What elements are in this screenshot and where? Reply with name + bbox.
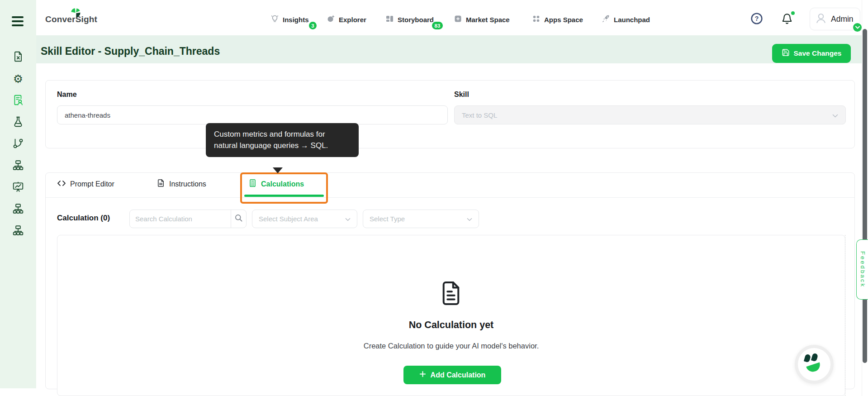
git-branch-icon <box>12 138 24 151</box>
empty-state-title: No Calculation yet <box>57 320 845 331</box>
add-calculation-button[interactable]: Add Calculation <box>403 366 501 384</box>
search-calculation-box <box>129 210 247 228</box>
sidebar-item-files[interactable] <box>0 52 36 63</box>
sidebar-item-org[interactable] <box>0 204 36 215</box>
insights-lightbulb-icon <box>270 14 279 24</box>
nav-item-insights[interactable]: Insights <box>270 14 309 24</box>
calculations-tooltip: Custom metrics and formulas for natural … <box>206 123 359 157</box>
empty-state-subtitle: Create Calculation to guide your AI mode… <box>57 342 845 350</box>
sidebar-item-settings[interactable]: ⚙ <box>0 73 36 85</box>
nav-item-market-space[interactable]: Market Space <box>454 14 510 24</box>
skill-select[interactable]: Text to SQL <box>454 105 846 124</box>
search-button[interactable] <box>231 210 246 228</box>
flask-icon <box>12 116 24 129</box>
skill-document-user-icon <box>12 94 24 108</box>
nav-label: Storyboard <box>398 16 434 24</box>
nav-item-apps-space[interactable]: Apps Space <box>532 14 583 24</box>
instructions-doc-icon <box>157 179 165 189</box>
nav-item-storyboard[interactable]: Storyboard <box>385 14 434 24</box>
page-title: Skill Editor - Supply_Chain_Threads <box>41 45 220 57</box>
feedback-tab[interactable]: Feedback <box>856 239 868 300</box>
storyboard-count-badge: 83 <box>431 21 444 30</box>
admin-user-name: Admin <box>831 14 854 24</box>
search-input[interactable] <box>130 210 231 228</box>
sidebar-item-structure[interactable] <box>0 225 36 237</box>
nav-item-explorer[interactable]: Explorer <box>327 14 366 24</box>
type-select[interactable]: Select Type <box>363 210 479 228</box>
top-navigation <box>36 0 862 35</box>
svg-text:?: ? <box>755 15 759 22</box>
nav-label: Market Space <box>466 16 510 24</box>
brand-logo-mark-icon <box>70 7 82 21</box>
sitemap-icon <box>12 159 24 173</box>
sidebar-item-hierarchy[interactable] <box>0 160 36 172</box>
skill-select-value: Text to SQL <box>462 111 497 119</box>
sidebar-item-lab[interactable] <box>0 117 36 129</box>
nav-label: Apps Space <box>544 16 583 24</box>
user-avatar-icon <box>814 11 828 27</box>
help-icon[interactable]: ? <box>750 12 763 25</box>
settings-gear-icon: ⚙ <box>13 73 23 85</box>
file-x-icon <box>12 51 24 64</box>
dashed-edge <box>845 235 845 396</box>
sidebar-item-dashboard[interactable] <box>0 182 36 194</box>
sidebar-item-pipeline[interactable] <box>0 138 36 150</box>
subject-area-select[interactable]: Select Subject Area <box>252 210 357 228</box>
hamburger-menu-icon[interactable] <box>12 16 24 29</box>
presentation-chart-icon <box>12 181 24 195</box>
sitemap-icon <box>12 203 24 216</box>
tab-prompt-editor[interactable]: Prompt Editor <box>57 179 114 190</box>
nav-item-launchpad[interactable]: Launchpad <box>602 14 650 24</box>
chevron-down-icon <box>345 215 351 223</box>
launchpad-rocket-icon <box>602 14 610 24</box>
insights-count-badge: 3 <box>308 21 318 30</box>
tab-row-divider <box>46 197 854 198</box>
calculations-tab-highlight <box>240 172 328 204</box>
search-icon <box>234 214 243 224</box>
explorer-icon <box>327 14 335 24</box>
scrollbar-thumb[interactable] <box>863 29 867 363</box>
chevron-down-icon <box>832 111 838 119</box>
sidebar-rail: ⚙ <box>0 52 36 247</box>
nav-label: Insights <box>283 16 309 24</box>
name-input[interactable] <box>57 105 448 124</box>
tooltip-arrow <box>273 167 283 173</box>
name-label: Name <box>57 91 77 99</box>
nav-label: Launchpad <box>614 16 650 24</box>
sidebar-item-skills[interactable] <box>0 95 36 107</box>
chevron-down-icon[interactable] <box>852 22 863 33</box>
apps-space-icon <box>532 14 541 24</box>
sitemap-icon <box>12 224 24 238</box>
save-floppy-icon <box>782 48 790 58</box>
storyboard-grid-icon <box>385 14 394 24</box>
market-space-icon <box>454 14 462 24</box>
plus-icon <box>419 371 426 379</box>
save-changes-button[interactable]: Save Changes <box>772 44 851 63</box>
calculation-count-label: Calculation (0) <box>57 214 110 223</box>
code-icon <box>57 179 66 190</box>
skill-label: Skill <box>454 91 469 99</box>
nav-label: Explorer <box>339 16 366 24</box>
chat-assistant-button[interactable] <box>795 345 834 384</box>
tab-instructions[interactable]: Instructions <box>157 179 206 189</box>
notification-dot <box>790 10 796 16</box>
document-icon <box>441 281 461 308</box>
chevron-down-icon <box>467 215 472 223</box>
